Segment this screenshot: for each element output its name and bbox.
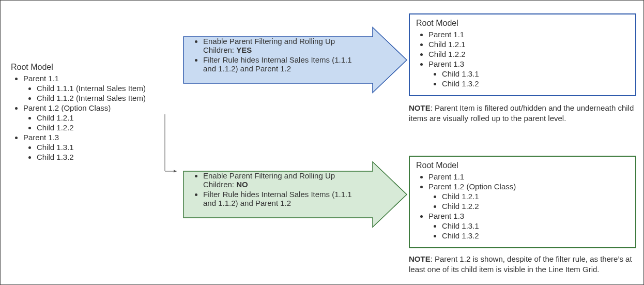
tree-item: Child 1.2.1: [37, 113, 161, 122]
tree-item: Parent 1.2 (Option Class) Child 1.2.1 Ch…: [23, 103, 161, 132]
result-box-no: Root Model Parent 1.1 Parent 1.2 (Option…: [409, 156, 636, 248]
arrow-line: Enable Parent Filtering and Rolling Up C…: [203, 37, 363, 54]
result-no-title: Root Model: [416, 161, 629, 170]
result-no-tree: Parent 1.1 Parent 1.2 (Option Class) Chi…: [416, 172, 629, 240]
source-root-label: Root Model: [11, 63, 161, 72]
arrow-no-content: Enable Parent Filtering and Rolling Up C…: [193, 170, 363, 208]
arrow-line: Filter Rule hides Internal Sales Items (…: [203, 190, 363, 207]
arrow-yes: Enable Parent Filtering and Rolling Up C…: [181, 26, 409, 94]
tree-item: Child 1.1.2 (Internal Sales Item): [37, 94, 161, 102]
tree-item: Parent 1.2 (Option Class) Child 1.2.1 Ch…: [428, 182, 629, 211]
result-box-yes: Root Model Parent 1.1 Child 1.2.1 Child …: [409, 13, 636, 96]
tree-item: Child 1.2.1: [442, 192, 629, 201]
tree-item: Child 1.2.2: [428, 50, 629, 58]
tree-item: Child 1.1.1 (Internal Sales Item): [37, 84, 161, 93]
tree-item: Child 1.3.1: [37, 143, 161, 152]
tree-item: Parent 1.3 Child 1.3.1 Child 1.3.2: [23, 133, 161, 161]
note-no: NOTE: Parent 1.2 is shown, despite of th…: [409, 254, 641, 274]
result-yes-tree: Parent 1.1 Child 1.2.1 Child 1.2.2 Paren…: [416, 30, 629, 88]
tree-item: Parent 1.3 Child 1.3.1 Child 1.3.2: [428, 59, 629, 88]
tree-item: Child 1.3.2: [442, 79, 629, 88]
tree-item: Child 1.3.2: [442, 231, 629, 240]
tree-item: Child 1.2.1: [428, 40, 629, 49]
tree-item: Parent 1.1 Child 1.1.1 (Internal Sales I…: [23, 74, 161, 102]
arrow-line: Enable Parent Filtering and Rolling Up C…: [203, 171, 363, 189]
arrow-yes-content: Enable Parent Filtering and Rolling Up C…: [193, 36, 363, 74]
result-yes-title: Root Model: [416, 19, 629, 28]
source-tree: Parent 1.1 Child 1.1.1 (Internal Sales I…: [11, 74, 161, 161]
tree-item: Parent 1.3 Child 1.3.1 Child 1.3.2: [428, 212, 629, 240]
tree-item: Child 1.3.1: [442, 221, 629, 230]
diagram-frame: Root Model Parent 1.1 Child 1.1.1 (Inter…: [0, 0, 644, 285]
branch-connector-icon: [161, 114, 181, 218]
tree-item: Parent 1.1: [428, 30, 629, 39]
tree-item: Child 1.3.1: [442, 69, 629, 78]
tree-item: Child 1.3.2: [37, 153, 161, 161]
tree-item: Child 1.2.2: [37, 123, 161, 132]
tree-item: Parent 1.1: [428, 172, 629, 181]
note-yes: NOTE: Parent Item is filtered out/hidden…: [409, 103, 641, 123]
arrow-no: Enable Parent Filtering and Rolling Up C…: [181, 161, 409, 228]
tree-item: Child 1.2.2: [442, 202, 629, 211]
source-model-box: Root Model Parent 1.1 Child 1.1.1 (Inter…: [11, 63, 161, 163]
arrow-line: Filter Rule hides Internal Sales Items (…: [203, 55, 363, 73]
